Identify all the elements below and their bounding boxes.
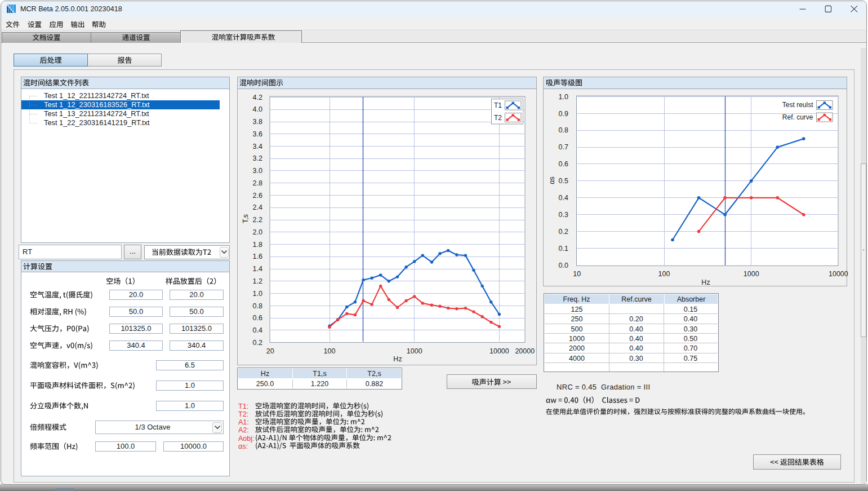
svg-text:20000: 20000 (515, 347, 535, 355)
svg-text:0.8: 0.8 (253, 302, 262, 310)
svg-text:0.1: 0.1 (559, 245, 568, 253)
svg-text:1.0: 1.0 (559, 93, 568, 101)
svg-text:0.4: 0.4 (253, 326, 262, 334)
svg-text:3.8: 3.8 (253, 118, 262, 126)
svg-text:0.8: 0.8 (559, 126, 568, 134)
svg-text:1.8: 1.8 (253, 241, 262, 249)
svg-text:0.2: 0.2 (253, 339, 262, 347)
svg-text:2.2: 2.2 (253, 216, 262, 224)
svg-text:0.7: 0.7 (559, 143, 568, 151)
svg-text:0.6: 0.6 (559, 160, 568, 168)
svg-text:Ref. curve: Ref. curve (782, 113, 813, 121)
svg-text:10000: 10000 (829, 270, 848, 278)
svg-text:2.4: 2.4 (253, 204, 262, 211)
svg-text:1.2: 1.2 (253, 277, 262, 285)
svg-text:1000: 1000 (744, 270, 759, 278)
svg-text:1.4: 1.4 (253, 265, 262, 273)
svg-text:αs: αs (548, 176, 556, 184)
svg-text:4.0: 4.0 (253, 105, 262, 113)
svg-text:Test reulst: Test reulst (782, 101, 813, 109)
svg-text:3.4: 3.4 (253, 143, 262, 151)
svg-text:T2: T2 (494, 114, 502, 122)
svg-text:2.0: 2.0 (253, 228, 262, 236)
svg-text:0.4: 0.4 (559, 194, 568, 202)
svg-text:20: 20 (266, 347, 274, 355)
svg-text:0.9: 0.9 (559, 110, 568, 118)
svg-text:2.6: 2.6 (253, 192, 262, 200)
svg-text:0.0: 0.0 (559, 262, 568, 269)
svg-text:1.0: 1.0 (253, 290, 262, 298)
svg-text:0.3: 0.3 (559, 211, 568, 219)
svg-text:3.0: 3.0 (253, 167, 262, 175)
svg-text:0.6: 0.6 (253, 314, 262, 322)
svg-text:3.6: 3.6 (253, 130, 262, 138)
svg-text:4.2: 4.2 (253, 94, 262, 101)
svg-text:1.6: 1.6 (253, 253, 262, 260)
svg-text:1000: 1000 (407, 347, 422, 355)
svg-text:T1: T1 (494, 101, 502, 109)
svg-text:3.2: 3.2 (253, 154, 262, 162)
svg-text:10: 10 (573, 270, 581, 278)
svg-text:Hz: Hz (701, 278, 710, 286)
svg-text:100: 100 (658, 270, 670, 278)
svg-text:0.2: 0.2 (559, 228, 568, 236)
svg-text:100: 100 (324, 347, 336, 355)
svg-text:2.8: 2.8 (253, 179, 262, 187)
svg-text:Hz: Hz (393, 355, 402, 363)
svg-text:10000: 10000 (489, 347, 509, 355)
svg-text:T,s: T,s (242, 214, 250, 223)
svg-text:0.5: 0.5 (559, 177, 568, 185)
